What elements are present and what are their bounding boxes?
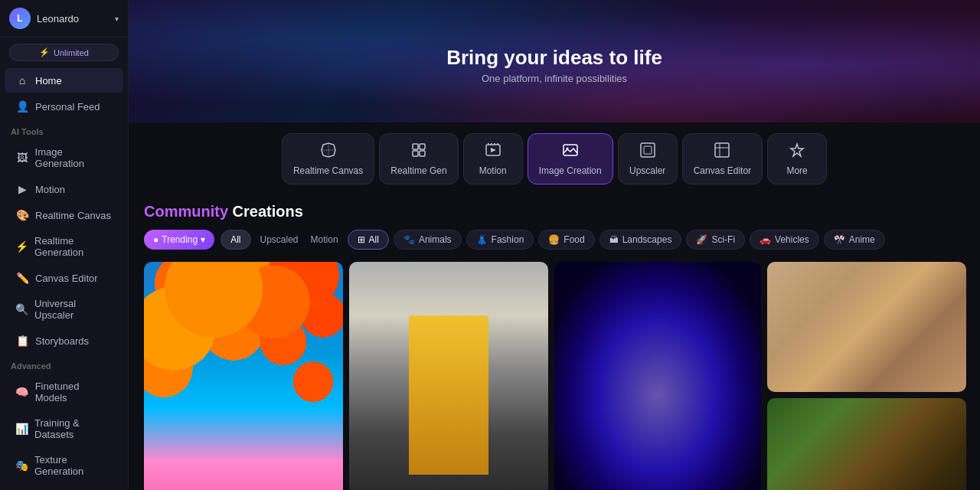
filter-tag-landscapes[interactable]: 🏔 Landscapes xyxy=(599,230,682,250)
chevron-down-icon[interactable]: ▾ xyxy=(115,15,119,23)
image-generation-icon: 🖼 xyxy=(15,152,29,164)
toolbar-realtime-canvas[interactable]: Realtime Canvas xyxy=(282,133,374,185)
svg-rect-1 xyxy=(420,144,425,149)
realtime-canvas-icon: 🎨 xyxy=(15,209,29,221)
upscaler-icon: 🔍 xyxy=(15,303,28,315)
filter-tags: ⊞ All 🐾 Animals 👗 Fashion 🍔 Food 🏔 xyxy=(348,230,885,250)
play-button-3[interactable]: ▶ xyxy=(435,381,462,409)
filter-tag-all[interactable]: ⊞ All xyxy=(348,230,389,250)
toolbar-motion[interactable]: Motion xyxy=(463,133,523,185)
sidebar-item-training[interactable]: 📊 Training & Datasets xyxy=(5,411,123,446)
filter-tag-animals[interactable]: 🐾 Animals xyxy=(394,230,462,250)
sidebar-item-personal-feed[interactable]: 👤 Personal Feed xyxy=(5,94,123,119)
toolbar-realtime-gen[interactable]: Realtime Gen xyxy=(379,133,458,185)
training-icon: 📊 xyxy=(15,423,28,435)
hero-title: Bring your ideas to life xyxy=(446,46,662,70)
svg-rect-2 xyxy=(413,151,418,156)
filter-tag-vehicles[interactable]: 🚗 Vehicles xyxy=(750,230,819,250)
image-card-5[interactable] xyxy=(767,398,966,490)
food-icon: 🍔 xyxy=(548,234,560,245)
toolbar-image-creation[interactable]: Image Creation xyxy=(528,133,613,185)
sidebar-item-realtime-canvas[interactable]: 🎨 Realtime Canvas xyxy=(5,203,123,227)
tool-toolbar: Realtime Canvas Realtime Gen xyxy=(129,122,980,195)
svg-rect-3 xyxy=(420,151,425,156)
landscapes-icon: 🏔 xyxy=(609,234,619,245)
advanced-label: Advanced xyxy=(0,354,128,374)
sidebar-item-storyboards[interactable]: 📋 Storyboards xyxy=(5,328,123,353)
motion-tool-icon xyxy=(485,142,501,162)
storyboards-icon: 📋 xyxy=(15,335,29,347)
toolbar-canvas-editor[interactable]: Canvas Editor xyxy=(682,133,763,185)
sidebar-item-upscaler[interactable]: 🔍 Universal Upscaler xyxy=(5,292,123,327)
community-section: Community Creations ● Trending ▾ All Ups… xyxy=(129,195,980,490)
fashion-icon: 👗 xyxy=(476,234,488,245)
upscaler-tool-icon xyxy=(639,142,656,162)
sidebar-header: L Leonardo ▾ xyxy=(0,0,128,38)
sidebar-item-canvas-editor[interactable]: ✏️ Canvas Editor xyxy=(5,266,123,290)
filter-upscaled-label[interactable]: Upscaled xyxy=(257,230,302,249)
image-card-2[interactable] xyxy=(767,262,966,392)
sidebar: L Leonardo ▾ ⚡ Unlimited ⌂ Home 👤 Person… xyxy=(0,0,129,490)
hero-section: Bring your ideas to life One platform, i… xyxy=(129,0,980,130)
chevron-filter-icon: ▾ xyxy=(201,234,205,245)
sidebar-item-texture[interactable]: 🎭 Texture Generation xyxy=(5,448,123,483)
image-card-4[interactable] xyxy=(554,262,761,490)
toolbar-upscaler[interactable]: Upscaler xyxy=(618,133,678,185)
filter-motion-label[interactable]: Motion xyxy=(308,230,341,249)
svg-rect-0 xyxy=(413,144,418,149)
animals-icon: 🐾 xyxy=(403,234,415,245)
sidebar-item-image-generation[interactable]: 🖼 Image Generation xyxy=(5,140,123,175)
realtime-gen-icon: ⚡ xyxy=(15,240,28,253)
filter-row: ● Trending ▾ All Upscaled Motion ⊞ All 🐾… xyxy=(144,230,965,250)
filter-tag-anime[interactable]: 🎌 Anime xyxy=(824,230,885,250)
filter-trending-button[interactable]: ● Trending ▾ xyxy=(144,230,214,250)
toolbar-more[interactable]: More xyxy=(767,133,827,185)
unlimited-icon: ⚡ xyxy=(39,47,50,57)
personal-feed-icon: 👤 xyxy=(15,100,29,113)
image-card-1[interactable] xyxy=(144,262,343,490)
ai-tools-label: AI Tools xyxy=(0,119,128,139)
filter-tag-food[interactable]: 🍔 Food xyxy=(538,230,594,250)
filter-tag-scifi[interactable]: 🚀 Sci-Fi xyxy=(686,230,745,250)
dot-icon: ● xyxy=(153,234,158,245)
vehicles-icon: 🚗 xyxy=(760,234,771,245)
svg-rect-12 xyxy=(644,146,652,154)
sidebar-item-realtime-generation[interactable]: ⚡ Realtime Generation xyxy=(5,229,123,264)
hero-subtitle: One platform, infinite possibilities xyxy=(482,73,627,84)
all-grid-icon: ⊞ xyxy=(358,234,365,245)
scifi-icon: 🚀 xyxy=(696,234,707,245)
more-tool-icon xyxy=(789,142,805,162)
home-icon: ⌂ xyxy=(15,74,29,87)
svg-rect-11 xyxy=(641,143,655,157)
image-creation-tool-icon xyxy=(562,142,579,162)
image-grid: ▶ ⊞ xyxy=(144,262,965,490)
canvas-editor-icon: ✏️ xyxy=(15,272,29,284)
filter-all-button[interactable]: All xyxy=(220,230,250,250)
main-content: Bring your ideas to life One platform, i… xyxy=(129,0,980,490)
motion-icon: ▶ xyxy=(15,183,29,195)
unlimited-button[interactable]: ⚡ Unlimited xyxy=(9,44,119,61)
username-label: Leonardo xyxy=(37,13,109,24)
filter-tag-fashion[interactable]: 👗 Fashion xyxy=(466,230,534,250)
texture-icon: 🎭 xyxy=(15,459,28,472)
sidebar-item-motion[interactable]: ▶ Motion xyxy=(5,177,123,201)
anime-icon: 🎌 xyxy=(834,234,845,245)
section-title: Community Creations xyxy=(144,203,965,220)
finetuned-icon: 🧠 xyxy=(15,386,29,398)
image-card-3[interactable]: ▶ xyxy=(349,262,548,490)
sidebar-item-api[interactable]: 🔗 API Access xyxy=(5,485,123,490)
avatar: L xyxy=(9,8,31,29)
sidebar-item-home[interactable]: ⌂ Home xyxy=(5,68,123,93)
sidebar-item-finetuned[interactable]: 🧠 Finetuned Models xyxy=(5,374,123,410)
svg-rect-13 xyxy=(715,143,729,157)
realtime-gen-tool-icon xyxy=(410,142,427,162)
realtime-canvas-tool-icon xyxy=(320,142,337,162)
canvas-editor-tool-icon xyxy=(714,142,730,162)
